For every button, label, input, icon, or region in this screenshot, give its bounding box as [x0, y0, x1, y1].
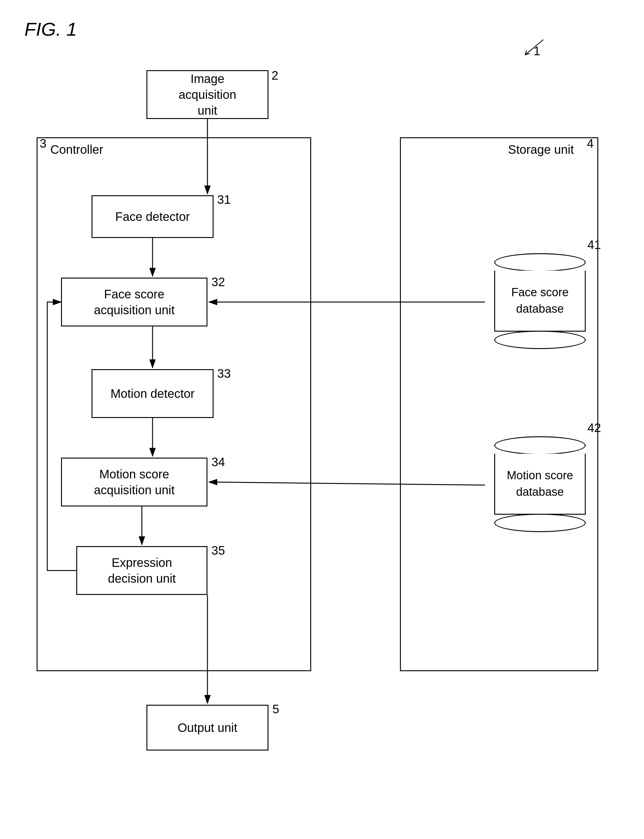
controller-label: Controller [50, 143, 103, 156]
face-detector-box: Face detector [92, 195, 214, 238]
motion-score-db-cylinder: 42 Motion score database [485, 436, 595, 532]
face-score-acq-box: Face score acquisition unit [61, 277, 207, 327]
ref-5-label: 5 [273, 702, 279, 716]
face-score-db-label: Face score database [508, 281, 572, 320]
motion-score-acq-label: Motion score acquisition unit [94, 466, 175, 498]
motion-detector-label: Motion detector [110, 386, 195, 402]
storage-label: Storage unit [508, 143, 574, 156]
face-score-db-cylinder: 41 Face score database [485, 253, 595, 349]
expression-decision-box: Expression decision unit [76, 546, 207, 595]
image-acquisition-unit-box: Image acquisition unit [146, 70, 268, 119]
face-detector-label: Face detector [115, 209, 190, 225]
ref-42-label: 42 [588, 421, 601, 435]
ref-32-label: 32 [212, 275, 225, 289]
output-unit-box: Output unit [146, 705, 268, 750]
ref-4-label: 4 [587, 137, 594, 150]
output-unit-label: Output unit [177, 720, 237, 736]
face-score-acq-label: Face score acquisition unit [94, 286, 175, 318]
ref-34-label: 34 [212, 455, 225, 469]
ref-31-label: 31 [217, 193, 231, 207]
motion-score-acq-box: Motion score acquisition unit [61, 458, 207, 506]
motion-detector-box: Motion detector [92, 369, 214, 418]
ref-1-arrow [519, 37, 555, 61]
svg-line-0 [525, 39, 543, 55]
expression-decision-label: Expression decision unit [108, 555, 176, 586]
ref-2-label: 2 [271, 69, 278, 82]
ref-35-label: 35 [212, 543, 225, 557]
ref-3-label: 3 [39, 137, 46, 150]
ref-33-label: 33 [217, 367, 231, 381]
figure-label: FIG. 1 [25, 18, 77, 40]
motion-score-db-label: Motion score database [504, 465, 576, 503]
image-acquisition-unit-label: Image acquisition unit [179, 71, 236, 118]
ref-41-label: 41 [588, 238, 601, 252]
storage-unit-box [400, 137, 598, 671]
